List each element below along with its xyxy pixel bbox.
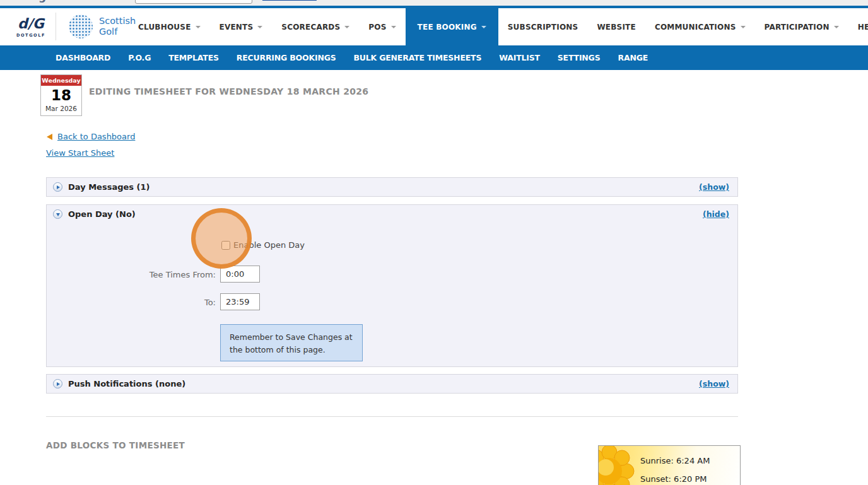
sunrise-sunset-widget: Sunrise: 6:24 AM Sunset: 6:20 PM — [598, 445, 741, 485]
enable-open-day-checkbox[interactable] — [221, 241, 230, 250]
brand-logos[interactable]: d/G DOTGOLF Scottish Golf — [16, 13, 136, 40]
add-blocks-heading: ADD BLOCKS TO TIMESHEET — [46, 440, 185, 450]
back-to-dashboard-link[interactable]: Back to Dashboard — [57, 132, 135, 141]
page-root: dotgolf Staff Access Kotarana (Test) (27… — [0, 0, 868, 485]
open-day-title: Open Day (No) — [68, 209, 136, 219]
chevron-down-icon — [344, 26, 349, 28]
view-start-sheet-link[interactable]: View Start Sheet — [46, 148, 114, 158]
open-day-hide-link[interactable]: (hide) — [703, 209, 729, 219]
enable-open-day-row: Enable Open Day — [221, 240, 305, 250]
nav-website[interactable]: WEBSITE — [587, 8, 645, 45]
page-title: EDITING TIMESHEET FOR WEDNESDAY 18 MARCH… — [89, 86, 368, 96]
date-card-month-year: Mar 2026 — [41, 103, 81, 115]
subnav-pog[interactable]: P.O.G — [128, 53, 151, 62]
chevron-down-icon — [257, 26, 262, 28]
collapse-icon[interactable] — [53, 209, 62, 219]
nav-participation[interactable]: PARTICIPATION — [755, 8, 848, 45]
nav-subscriptions[interactable]: SUBSCRIPTIONS — [498, 8, 588, 45]
tee-times-to-label: To: — [122, 298, 216, 307]
chevron-down-icon — [741, 26, 746, 28]
sunrise-text: Sunrise: 6:24 AM — [640, 456, 710, 465]
subnav-recurring-bookings[interactable]: RECURRING BOOKINGS — [237, 53, 336, 62]
subnav-settings[interactable]: SETTINGS — [558, 53, 601, 62]
push-notifications-panel: Push Notifications (none) (show) — [46, 374, 738, 394]
subnav-dashboard[interactable]: DASHBOARD — [56, 53, 110, 62]
main-navigation: d/G DOTGOLF Scottish Golf CLUBHOUSE EVEN… — [0, 8, 868, 45]
day-messages-panel: Day Messages (1) (show) — [46, 177, 738, 197]
logo-divider — [56, 13, 56, 40]
subnav-templates[interactable]: TEMPLATES — [168, 53, 219, 62]
open-day-panel: Open Day (No) (hide) Enable Open Day Tee… — [46, 204, 738, 367]
main-menu: CLUBHOUSE EVENTS SCORECARDS POS TEE BOOK… — [129, 8, 868, 45]
club-products-link[interactable]: Club Products — [262, 0, 317, 1]
expand-icon[interactable] — [53, 379, 62, 389]
day-messages-show-link[interactable]: (show) — [699, 182, 729, 192]
club-select-dropdown[interactable]: Kotarana (Test) (2765) — [135, 0, 252, 4]
back-arrow-icon — [47, 134, 52, 140]
nav-communications[interactable]: COMMUNICATIONS — [645, 8, 755, 45]
nav-scorecards[interactable]: SCORECARDS — [272, 8, 359, 45]
scottish-golf-ball-icon — [69, 15, 93, 38]
day-messages-title: Day Messages (1) — [68, 182, 150, 192]
dotgolf-caption: DOTGOLF — [16, 33, 45, 38]
dotgolf-logo: d/G DOTGOLF — [16, 17, 45, 38]
date-card-day: 18 — [41, 86, 81, 103]
sun-icon — [598, 445, 642, 485]
top-utility-bar: dotgolf Staff Access Kotarana (Test) (27… — [0, 0, 868, 6]
date-card: Wednesday 18 Mar 2026 — [40, 74, 82, 116]
dotgolf-monogram: d/G — [16, 17, 45, 31]
save-changes-reminder: Remember to Save Changes at the bottom o… — [220, 324, 363, 361]
section-divider — [46, 416, 738, 417]
push-notifications-show-link[interactable]: (show) — [699, 379, 729, 389]
dotgolf-wordmark: dotgolf — [16, 0, 64, 3]
sunset-text: Sunset: 6:20 PM — [640, 474, 710, 484]
nav-help[interactable]: HELP — [848, 8, 868, 45]
chevron-down-icon — [196, 26, 201, 28]
subnav-bulk-generate-timesheets[interactable]: BULK GENERATE TIMESHEETS — [354, 53, 482, 62]
subnav-waitlist[interactable]: WAITLIST — [499, 53, 540, 62]
push-notifications-title: Push Notifications (none) — [68, 379, 185, 389]
chevron-down-icon — [834, 26, 839, 28]
nav-tee-booking[interactable]: TEE BOOKING — [406, 8, 498, 45]
tee-booking-subnav: DASHBOARD P.O.G TEMPLATES RECURRING BOOK… — [0, 45, 868, 70]
club-select-value: Kotarana (Test) (2765) — [141, 0, 229, 1]
tee-times-from-input[interactable] — [220, 266, 260, 283]
date-card-weekday: Wednesday — [41, 75, 81, 86]
nav-pos[interactable]: POS — [359, 8, 405, 45]
nav-events[interactable]: EVENTS — [210, 8, 273, 45]
expand-icon[interactable] — [53, 182, 62, 192]
enable-open-day-label: Enable Open Day — [233, 240, 305, 250]
nav-clubhouse[interactable]: CLUBHOUSE — [129, 8, 210, 45]
chevron-down-icon — [481, 26, 486, 28]
subnav-range[interactable]: RANGE — [618, 53, 648, 62]
back-to-dashboard-row: Back to Dashboard — [47, 132, 135, 141]
chevron-down-icon — [391, 26, 396, 28]
staff-access-label: Staff Access — [79, 0, 127, 1]
tee-times-to-input[interactable] — [220, 293, 260, 310]
tee-times-from-label: Tee Times From: — [122, 270, 216, 279]
